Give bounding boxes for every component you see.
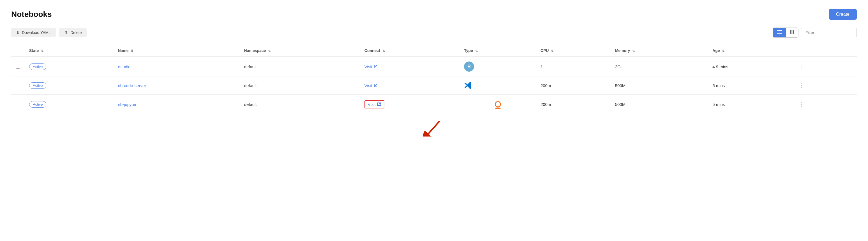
- memory-cell: 2Gi: [611, 57, 708, 76]
- table-header: State ⇅ Name ⇅ Namespace ⇅ Connect ⇅ Typ…: [11, 44, 857, 57]
- jupyter-icon: [464, 99, 532, 109]
- row-checkbox-cell: [11, 57, 25, 76]
- connect-sort-icon: ⇅: [382, 49, 385, 53]
- download-yaml-button[interactable]: ⬇ Download YAML: [11, 28, 56, 37]
- delete-button[interactable]: 🗑 Delete: [59, 28, 87, 37]
- toolbar-right: [773, 28, 857, 38]
- cpu-sort-icon: ⇅: [551, 49, 553, 53]
- state-sort-icon: ⇅: [41, 49, 43, 53]
- more-actions-button[interactable]: ⋮: [797, 100, 807, 109]
- download-yaml-label: Download YAML: [22, 30, 51, 35]
- name-cell: nb-jupyter: [113, 95, 240, 114]
- svg-rect-5: [790, 32, 792, 34]
- svg-line-18: [428, 121, 440, 134]
- toolbar-left: ⬇ Download YAML 🗑 Delete: [11, 28, 87, 37]
- connect-column-header[interactable]: Connect ⇅: [360, 44, 460, 57]
- cpu-cell: 1: [536, 57, 611, 76]
- memory-sort-icon: ⇅: [632, 49, 635, 53]
- namespace-column-header[interactable]: Namespace ⇅: [240, 44, 360, 57]
- external-link-icon: [377, 102, 381, 106]
- table-row: ActiverstudiodefaultVisit R12Gi4.9 mins⋮: [11, 57, 857, 76]
- red-arrow-icon: [423, 120, 445, 136]
- select-all-header: [11, 44, 25, 57]
- table-header-row: State ⇅ Name ⇅ Namespace ⇅ Connect ⇅ Typ…: [11, 44, 857, 57]
- external-link-icon: [374, 83, 378, 87]
- create-button[interactable]: Create: [829, 9, 857, 20]
- type-cell: [460, 76, 536, 95]
- card-icon: [790, 30, 794, 34]
- card-view-button[interactable]: [786, 28, 798, 37]
- toolbar: ⬇ Download YAML 🗑 Delete: [11, 28, 857, 38]
- svg-rect-2: [777, 33, 782, 34]
- svg-rect-0: [777, 30, 782, 31]
- age-cell: 5 mins: [708, 95, 792, 114]
- state-cell: Active: [25, 76, 113, 95]
- connect-cell: Visit: [360, 76, 460, 95]
- name-column-header[interactable]: Name ⇅: [113, 44, 240, 57]
- list-icon: [777, 30, 782, 34]
- page-header: Notebooks Create: [11, 9, 857, 20]
- namespace-cell: default: [240, 57, 360, 76]
- cpu-cell: 200m: [536, 76, 611, 95]
- connect-cell: Visit: [360, 95, 460, 114]
- svg-point-15: [499, 102, 500, 103]
- age-sort-icon: ⇅: [722, 49, 724, 53]
- more-actions-button[interactable]: ⋮: [797, 62, 807, 71]
- name-sort-icon: ⇅: [131, 49, 133, 53]
- notebook-name-link[interactable]: nb-jupyter: [118, 102, 136, 107]
- table-body: ActiverstudiodefaultVisit R12Gi4.9 mins⋮…: [11, 57, 857, 114]
- filter-input[interactable]: [801, 28, 857, 37]
- arrow-indicator: [11, 120, 857, 136]
- age-cell: 5 mins: [708, 76, 792, 95]
- type-cell: [460, 95, 536, 114]
- memory-cell: 500Mi: [611, 76, 708, 95]
- connect-cell: Visit: [360, 57, 460, 76]
- external-link-icon: [374, 64, 378, 69]
- visit-link[interactable]: Visit: [365, 100, 384, 108]
- svg-rect-1: [777, 32, 782, 32]
- type-column-header[interactable]: Type ⇅: [460, 44, 536, 57]
- state-cell: Active: [25, 57, 113, 76]
- select-all-checkbox[interactable]: [16, 48, 20, 52]
- namespace-sort-icon: ⇅: [268, 49, 271, 53]
- notebooks-table: State ⇅ Name ⇅ Namespace ⇅ Connect ⇅ Typ…: [11, 44, 857, 114]
- visit-link[interactable]: Visit: [365, 64, 378, 69]
- status-badge: Active: [29, 63, 46, 70]
- notebook-name-link[interactable]: nb-code-server: [118, 83, 146, 88]
- row-checkbox-cell: [11, 76, 25, 95]
- memory-column-header[interactable]: Memory ⇅: [611, 44, 708, 57]
- state-cell: Active: [25, 95, 113, 114]
- state-column-header[interactable]: State ⇅: [25, 44, 113, 57]
- age-cell: 4.9 mins: [708, 57, 792, 76]
- more-actions-cell: ⋮: [792, 76, 857, 95]
- table-row: Activenb-code-serverdefaultVisit 200m500…: [11, 76, 857, 95]
- status-badge: Active: [29, 82, 46, 89]
- actions-column-header: [792, 44, 857, 57]
- name-cell: rstudio: [113, 57, 240, 76]
- rstudio-icon: R: [464, 61, 474, 72]
- more-actions-button[interactable]: ⋮: [797, 81, 807, 90]
- notebook-name-link[interactable]: rstudio: [118, 64, 130, 69]
- table-row: Activenb-jupyterdefaultVisit 200m500Mi5 …: [11, 95, 857, 114]
- name-cell: nb-code-server: [113, 76, 240, 95]
- more-actions-cell: ⋮: [792, 57, 857, 76]
- download-icon: ⬇: [16, 30, 20, 35]
- more-actions-cell: ⋮: [792, 95, 857, 114]
- list-view-button[interactable]: [773, 28, 786, 37]
- cpu-cell: 200m: [536, 95, 611, 114]
- row-checkbox[interactable]: [16, 83, 20, 87]
- age-column-header[interactable]: Age ⇅: [708, 44, 792, 57]
- row-checkbox[interactable]: [16, 102, 20, 106]
- row-checkbox[interactable]: [16, 64, 20, 69]
- visit-link[interactable]: Visit: [365, 83, 378, 88]
- namespace-cell: default: [240, 95, 360, 114]
- svg-rect-3: [790, 30, 792, 32]
- svg-rect-6: [793, 32, 794, 34]
- page-title: Notebooks: [11, 10, 52, 19]
- cpu-column-header[interactable]: CPU ⇅: [536, 44, 611, 57]
- trash-icon: 🗑: [64, 30, 68, 35]
- vscode-icon: [464, 81, 532, 89]
- status-badge: Active: [29, 101, 46, 108]
- svg-point-16: [497, 101, 498, 102]
- svg-rect-4: [793, 30, 794, 32]
